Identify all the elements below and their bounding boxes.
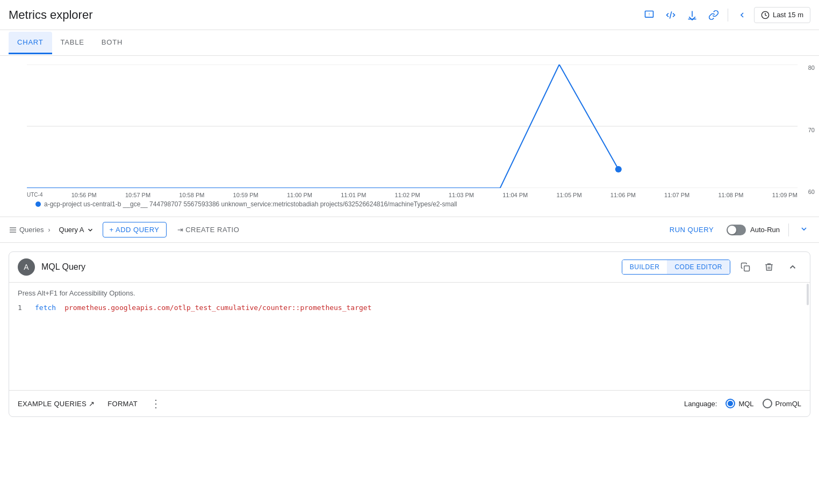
format-button[interactable]: FORMAT — [107, 400, 138, 408]
svg-rect-11 — [744, 266, 750, 271]
header-separator — [728, 9, 728, 21]
add-query-button[interactable]: + ADD QUERY — [103, 222, 167, 237]
query-avatar: A — [18, 258, 35, 276]
chart-x-axis: UTC-4 10:56 PM 10:57 PM 10:58 PM 10:59 P… — [27, 190, 798, 198]
expand-button[interactable] — [798, 222, 810, 237]
code-line-1: 1 fetch prometheus.googleapis.com/otlp_t… — [18, 304, 801, 312]
dropdown-arrow-icon — [87, 226, 94, 234]
download-icon-btn[interactable] — [682, 5, 702, 25]
trash-icon — [764, 262, 774, 272]
time-range-label: Last 15 m — [773, 11, 803, 19]
editor-hint: Press Alt+F1 for Accessibility Options. — [18, 289, 801, 297]
feedback-icon: ! — [644, 10, 655, 20]
code-editor-button[interactable]: CODE EDITOR — [667, 260, 730, 274]
chevron-left-icon — [738, 11, 746, 19]
promql-label: PromQL — [775, 400, 801, 408]
promql-radio-circle — [763, 399, 772, 408]
svg-line-2 — [670, 11, 671, 18]
chevron-right-icon: › — [48, 226, 51, 234]
line-number: 1 — [18, 304, 26, 312]
chart-y-axis: 80 70 60 — [808, 64, 815, 195]
chevron-up-icon — [788, 262, 798, 272]
app-header: Metrics explorer ! Last 15 m — [0, 0, 819, 30]
auto-run-thumb — [728, 226, 736, 234]
query-panel: A MQL Query BUILDER CODE EDITOR Press Al… — [9, 251, 810, 417]
auto-run-label: Auto-Run — [750, 226, 780, 234]
language-label: Language: — [684, 400, 717, 408]
auto-run-track[interactable] — [727, 225, 746, 235]
run-query-button[interactable]: RUN QUERY — [661, 222, 722, 237]
feedback-icon-btn[interactable]: ! — [640, 5, 659, 25]
toolbar-separator — [788, 224, 789, 236]
y-label-80: 80 — [808, 64, 815, 71]
example-queries-button[interactable]: EXAMPLE QUERIES ↗ — [18, 400, 95, 408]
legend-dot — [35, 201, 41, 207]
more-options-button[interactable]: ⋮ — [150, 397, 161, 410]
x-utc: UTC-4 — [27, 192, 42, 198]
mql-radio-circle — [725, 399, 735, 408]
mql-label: MQL — [738, 400, 753, 408]
menu-icon — [9, 226, 17, 234]
query-panel-header: A MQL Query BUILDER CODE EDITOR — [9, 252, 810, 283]
link-icon-btn[interactable] — [704, 5, 723, 25]
view-toggle-group: BUILDER CODE EDITOR — [622, 260, 730, 275]
query-toolbar: Queries › Query A + ADD QUERY ⇥ CREATE R… — [0, 217, 819, 243]
chart-data-point — [615, 166, 622, 172]
code-editor[interactable]: Press Alt+F1 for Accessibility Options. … — [9, 283, 810, 390]
header-actions: ! Last 15 m — [640, 5, 810, 25]
svg-text:!: ! — [649, 11, 650, 16]
time-range-btn[interactable]: Last 15 m — [754, 7, 810, 23]
tab-chart[interactable]: CHART — [9, 32, 52, 54]
delete-button[interactable] — [760, 258, 778, 276]
query-selector[interactable]: Query A — [55, 224, 98, 236]
language-group: Language: MQL PromQL — [684, 399, 801, 408]
back-icon-btn[interactable] — [732, 5, 752, 25]
chevron-down-icon — [800, 225, 808, 233]
query-panel-footer: EXAMPLE QUERIES ↗ FORMAT ⋮ Language: MQL… — [9, 390, 810, 416]
code-fetch-keyword: fetch — [35, 304, 56, 312]
promql-radio[interactable]: PromQL — [763, 399, 801, 408]
chart-svg — [27, 64, 798, 188]
tab-table[interactable]: TABLE — [52, 32, 93, 54]
copy-icon — [741, 262, 750, 272]
legend-text: a-gcp-project us-central1-b __gce__ 7447… — [44, 200, 457, 208]
code-icon-btn[interactable] — [661, 5, 680, 25]
code-url: prometheus.googleapis.com/otlp_test_cumu… — [64, 304, 371, 312]
chart-legend: a-gcp-project us-central1-b __gce__ 7447… — [27, 198, 798, 210]
queries-label: Queries — [9, 226, 44, 234]
tab-both[interactable]: BOTH — [93, 32, 131, 54]
mql-radio[interactable]: MQL — [725, 399, 753, 408]
query-panel-title: MQL Query — [41, 262, 615, 272]
clock-icon — [761, 11, 770, 19]
y-label-60: 60 — [808, 189, 815, 195]
view-tab-bar: CHART TABLE BOTH — [0, 30, 819, 56]
link-icon — [708, 10, 719, 20]
builder-button[interactable]: BUILDER — [622, 260, 667, 274]
code-icon — [665, 10, 676, 20]
app-title: Metrics explorer — [9, 8, 92, 22]
collapse-button[interactable] — [784, 258, 801, 276]
y-label-70: 70 — [808, 127, 815, 133]
auto-run-toggle: Auto-Run — [727, 225, 780, 235]
copy-button[interactable] — [737, 258, 754, 276]
scrollbar-thumb — [807, 284, 809, 305]
chart-area: 80 70 60 UTC-4 10:56 PM 10:57 PM 10:58 P… — [0, 56, 819, 217]
download-icon — [687, 10, 698, 20]
vertical-scrollbar[interactable] — [806, 283, 810, 390]
create-ratio-button[interactable]: ⇥ CREATE RATIO — [171, 222, 246, 237]
